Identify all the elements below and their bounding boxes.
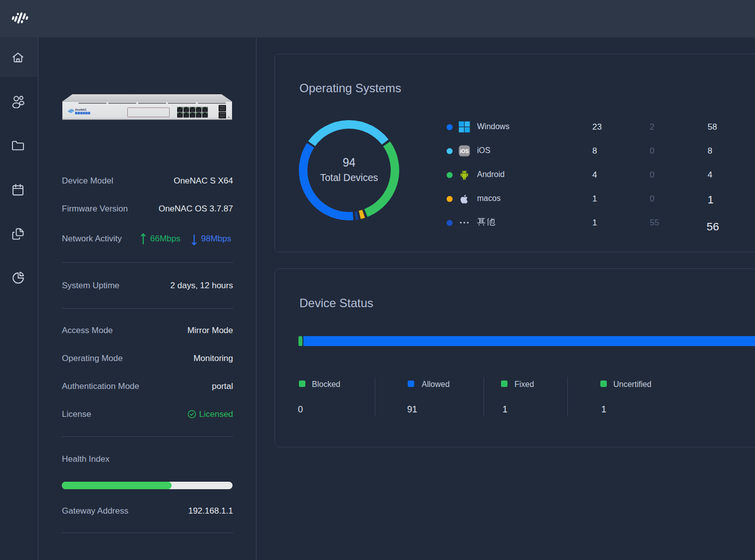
svg-text:iOS: iOS: [460, 148, 469, 154]
svg-text:94: 94: [343, 156, 356, 169]
svg-text:OneNAC: OneNAC: [75, 108, 87, 111]
